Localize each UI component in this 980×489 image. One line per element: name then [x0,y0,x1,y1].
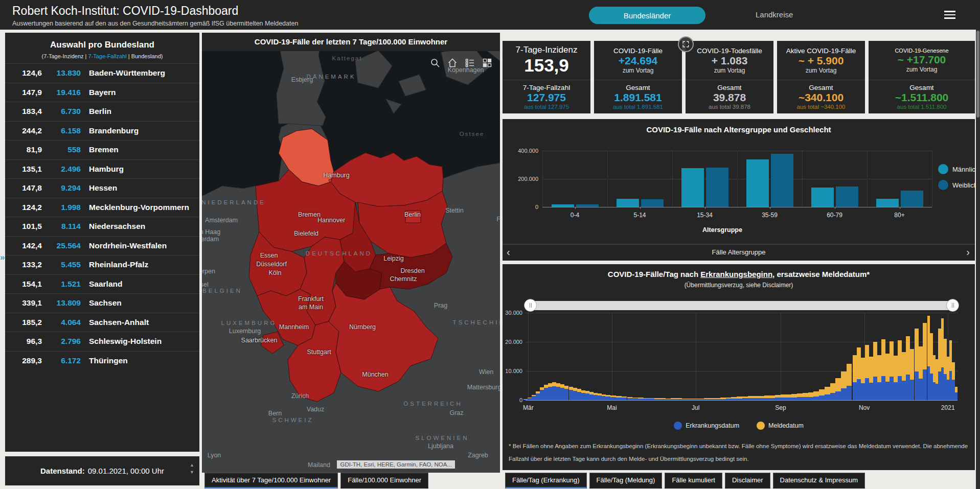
state-BE[interactable] [405,211,421,223]
stat-box-bottom: Gesamt~340.100aus total ~340.100 [777,80,865,113]
epi-bar-meldung [906,336,910,375]
epi-bar-erkrankung [709,399,715,400]
pager-next-icon[interactable]: › [966,246,970,258]
bundesland-row-Rheinland-Pfalz[interactable]: 133,25.455Rheinland-Pfalz [5,255,199,274]
page-scrollbar[interactable] [976,30,980,489]
tab-Fälle/Tag (Erkrankung)[interactable]: Fälle/Tag (Erkrankung) [505,473,587,488]
age-bar-80+-Männlich[interactable] [876,199,899,207]
row-cases: 8.114 [42,222,81,231]
epi-bar-meldung [709,398,715,399]
epi-xtick-Mai: Mai [607,404,617,411]
tab-Disclaimer[interactable]: Disclaimer [725,473,770,488]
bundesland-row-Niedersachsen[interactable]: 101,58.114Niedersachsen [5,217,199,236]
age-bar-60-79-Weiblich[interactable] [836,187,858,207]
hamburger-menu-icon[interactable] [944,11,955,19]
age-bar-15-34-Männlich[interactable] [681,168,704,207]
bundesland-row-Hessen[interactable]: 147,89.294Hessen [5,178,199,198]
epi-xtick-Sep: Sep [775,404,786,411]
legend-dot-Männlich [938,164,948,174]
map-tab-Aktivität über 7 Tage/100.000 Einwohner[interactable]: Aktivität über 7 Tage/100.000 Einwohner [204,473,338,488]
bundesland-row-Sachsen-Anhalt[interactable]: 185,24.064Sachsen-Anhalt [5,313,199,332]
row-cases: 5.455 [42,260,81,269]
germany-map[interactable] [202,33,500,473]
epi-bar-erkrankung [577,392,581,400]
epi-xtick-2021: 2021 [941,404,955,411]
bundesland-row-Baden-Württemberg[interactable]: 124,613.830Baden-Württemberg [5,63,199,83]
epi-bar-erkrankung [654,399,660,400]
age-bar-60-79-Männlich[interactable] [811,188,834,207]
bundesland-row-Brandenburg[interactable]: 244,26.158Brandenburg [5,121,199,141]
bundesland-row-Bayern[interactable]: 147,919.416Bayern [5,83,199,102]
datenstand-scroll-arrows[interactable]: ▲▼ [190,461,194,476]
age-bar-0-4-Weiblich[interactable] [576,204,599,207]
epi-bar-meldung [873,342,877,377]
toggle-landkreise-button[interactable]: Landkreise [756,10,793,19]
epi-footnote: * Bei Fällen ohne Angaben zum Erkrankung… [509,440,969,466]
tab-Datenschutz & Impressum[interactable]: Datenschutz & Impressum [773,473,865,488]
epi-bar-erkrankung [857,379,861,400]
epi-bar-erkrankung [906,375,910,400]
epi-bar-meldung [589,392,594,394]
bundesland-row-Bremen[interactable]: 81,9558Bremen [5,140,199,159]
stat-boxes-row: 7-Tage-Inzidenz153,97-Tage-Fallzahl127.9… [503,41,975,113]
epi-bar-meldung [560,384,564,388]
row-state-name: Bayern [89,88,116,97]
bundesland-row-Berlin[interactable]: 183,46.730Berlin [5,102,199,121]
chart-pager: ‹ Fälle Altersgruppe › [503,244,975,261]
map-tab-Fälle/100.000 Einwohner[interactable]: Fälle/100.000 Einwohner [340,473,428,488]
toggle-bundeslaender-button[interactable]: Bundesländer [589,7,705,24]
header: Robert Koch-Institut: COVID-19-Dashboard… [0,0,980,30]
bundesland-row-Nordrhein-Westfalen[interactable]: 142,425.564Nordrhein-Westfalen [5,236,199,255]
bundesland-row-Thüringen[interactable]: 289,36.172Thüringen [5,351,199,370]
age-bar-15-34-Weiblich[interactable] [706,168,728,207]
age-category-label: 35-59 [762,212,778,219]
age-bar-0-4-Männlich[interactable] [552,204,574,207]
datenstand-label: Datenstand: [40,467,85,475]
basemap-icon[interactable] [481,56,494,69]
age-bar-35-59-Weiblich[interactable] [771,154,793,207]
epi-bar-erkrankung [737,399,742,400]
row-incidence: 101,5 [5,222,42,231]
epi-ytick: 10.000 [503,368,522,374]
epi-bar-erkrankung [698,399,704,400]
stat-box-bottom: Gesamt1.891.581aus total 1.891.581 [594,80,682,113]
row-state-name: Berlin [89,107,111,116]
epi-bar-meldung [720,398,726,399]
bundesland-row-Sachsen[interactable]: 339,113.809Sachsen [5,293,199,313]
epi-bar-erkrankung [781,398,786,400]
home-icon[interactable] [446,56,459,69]
bundesland-row-Mecklenburg-Vorpommern[interactable]: 124,21.998Mecklenburg-Vorpommern [5,198,199,217]
bundesland-row-Hamburg[interactable]: 135,12.496Hamburg [5,159,199,179]
pager-label: Fälle Altersgruppe [503,248,975,256]
sidebar-subtitle-part3: | Bundesland) [127,53,163,59]
row-cases: 4.064 [42,318,81,327]
age-bar-5-14-Männlich[interactable] [617,199,639,207]
search-icon[interactable] [428,56,442,69]
bundesland-row-Saarland[interactable]: 154,11.521Saarland [5,274,199,294]
sidebar-expander-icon[interactable]: » [0,252,5,263]
tab-Fälle/Tag (Meldung)[interactable]: Fälle/Tag (Meldung) [589,473,663,488]
epi-bar-meldung [548,383,552,387]
legend-label: Männlich [952,166,979,173]
scrollbar-thumb[interactable] [976,31,979,118]
row-cases: 6.158 [42,126,81,135]
epi-bar-erkrankung [797,397,803,400]
bundesland-row-Schleswig-Holstein[interactable]: 96,32.796Schleswig-Holstein [5,332,199,351]
epi-bar-erkrankung [569,390,573,400]
epi-bar-erkrankung [808,397,814,400]
epi-bar-meldung [830,383,836,393]
age-bar-5-14-Weiblich[interactable] [641,199,664,207]
legend-icon[interactable] [463,56,476,69]
expand-icon[interactable] [678,36,694,52]
age-xtick-mark [835,207,835,209]
age-bar-80+-Weiblich[interactable] [901,191,923,207]
tab-Fälle kumuliert[interactable]: Fälle kumuliert [665,473,722,488]
legend-dot-Meldedatum [757,422,765,430]
epi-bar-erkrankung [853,382,857,400]
age-category-label: 15-34 [697,212,713,219]
epi-chart-legend: ErkrankungsdatumMeldedatum [503,422,975,430]
row-state-name: Niedersachsen [89,222,145,231]
map-titlebar: COVID-19-Fälle der letzten 7 Tage/100.00… [202,33,500,51]
age-bar-35-59-Männlich[interactable] [746,159,769,207]
row-state-name: Bremen [89,145,119,154]
